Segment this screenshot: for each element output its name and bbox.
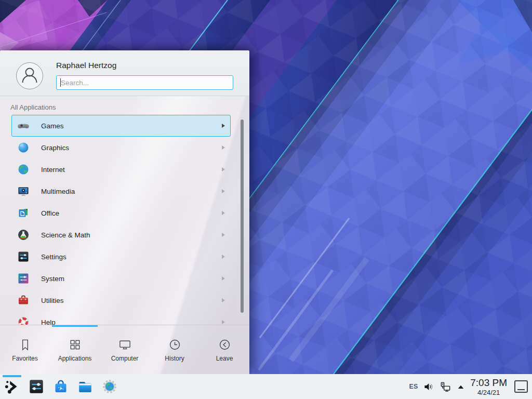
submenu-arrow-icon <box>222 145 225 150</box>
category-label: System <box>41 275 64 283</box>
category-help[interactable]: Help <box>11 311 231 325</box>
keyboard-layout-indicator[interactable]: ES <box>409 383 418 390</box>
category-settings[interactable]: Settings <box>11 246 231 268</box>
submenu-arrow-icon <box>222 276 225 281</box>
active-task-indicator <box>3 375 21 377</box>
tab-favorites[interactable]: Favorites <box>0 325 50 374</box>
submenu-arrow-icon <box>222 233 225 237</box>
submenu-arrow-icon <box>222 255 225 259</box>
category-utilities[interactable]: Utilities <box>11 289 231 311</box>
application-launcher-popup: Raphael Hertzog All Applications Games G… <box>0 50 249 374</box>
internet-globe-icon <box>17 163 30 176</box>
tab-label: Favorites <box>12 355 37 362</box>
help-lifebuoy-icon <box>17 316 30 325</box>
clock-date: 4/24/21 <box>470 389 507 396</box>
system-settings-icon[interactable] <box>28 378 45 395</box>
kde-launcher-icon[interactable] <box>4 378 20 395</box>
submenu-arrow-icon <box>222 189 225 193</box>
category-label: Settings <box>41 253 66 261</box>
section-label: All Applications <box>10 103 56 111</box>
show-desktop-button[interactable] <box>514 380 528 393</box>
category-label: Games <box>41 122 64 130</box>
category-label: Help <box>41 318 56 326</box>
science-flask-icon <box>17 229 30 241</box>
system-sliders-icon <box>17 272 30 285</box>
category-science-math[interactable]: Science & Math <box>11 224 231 246</box>
category-list: Games Graphics Internet Multimedia Offic… <box>0 115 249 325</box>
launcher-header: Raphael Hertzog <box>0 50 249 96</box>
office-documents-icon <box>17 207 30 219</box>
tab-history[interactable]: History <box>150 325 200 374</box>
multimedia-monitor-icon <box>17 185 30 197</box>
category-system[interactable]: System <box>11 268 231 289</box>
desktop: Raphael Hertzog All Applications Games G… <box>0 0 532 399</box>
tab-label: Leave <box>216 355 233 362</box>
bookmark-icon <box>18 338 32 352</box>
konqueror-globe-gear-icon[interactable] <box>101 378 118 395</box>
category-games[interactable]: Games <box>11 115 231 137</box>
user-avatar-icon[interactable] <box>16 62 43 89</box>
category-label: Office <box>41 209 59 217</box>
category-label: Multimedia <box>41 188 75 195</box>
scrollbar-handle[interactable] <box>241 119 244 313</box>
submenu-arrow-icon <box>222 211 225 215</box>
submenu-arrow-icon <box>222 167 225 171</box>
app-grid-icon <box>68 338 82 352</box>
submenu-arrow-icon <box>222 320 225 324</box>
digital-clock[interactable]: 7:03 PM 4/24/21 <box>470 378 507 396</box>
tab-label: History <box>165 355 184 362</box>
category-internet[interactable]: Internet <box>11 158 231 180</box>
tab-label: Applications <box>58 355 92 362</box>
category-multimedia[interactable]: Multimedia <box>11 180 231 202</box>
category-label: Science & Math <box>41 231 90 239</box>
tab-computer[interactable]: Computer <box>100 325 150 374</box>
dolphin-folder-icon[interactable] <box>77 378 94 395</box>
expand-tray-arrow-icon[interactable] <box>457 383 465 390</box>
search-input[interactable] <box>56 75 233 90</box>
wired-network-icon[interactable] <box>440 381 451 392</box>
category-label: Internet <box>41 166 65 174</box>
clock-time: 7:03 PM <box>470 378 507 388</box>
taskbar-panel: ES 7:03 PM 4/24/21 <box>0 374 532 399</box>
settings-sliders-icon <box>17 250 30 263</box>
user-name: Raphael Hertzog <box>56 61 116 70</box>
submenu-arrow-icon <box>222 124 225 128</box>
category-graphics[interactable]: Graphics <box>11 137 231 158</box>
history-clock-icon <box>168 338 182 352</box>
submenu-arrow-icon <box>222 298 225 302</box>
category-label: Utilities <box>41 297 64 304</box>
category-label: Graphics <box>41 144 69 152</box>
launcher-tabbar: Favorites Applications Computer History … <box>0 325 249 374</box>
gamepad-icon <box>17 119 30 132</box>
computer-icon <box>118 338 132 352</box>
system-tray: ES <box>409 381 466 392</box>
leave-circle-icon <box>218 338 232 352</box>
tab-applications[interactable]: Applications <box>50 325 100 374</box>
text-caret <box>60 78 61 87</box>
utilities-toolbox-icon <box>17 294 30 307</box>
tab-label: Computer <box>111 355 139 362</box>
volume-icon[interactable] <box>423 381 434 392</box>
graphics-sphere-icon <box>17 141 30 154</box>
tab-leave[interactable]: Leave <box>200 325 249 374</box>
discover-bag-icon[interactable] <box>52 378 69 395</box>
category-office[interactable]: Office <box>11 202 231 224</box>
